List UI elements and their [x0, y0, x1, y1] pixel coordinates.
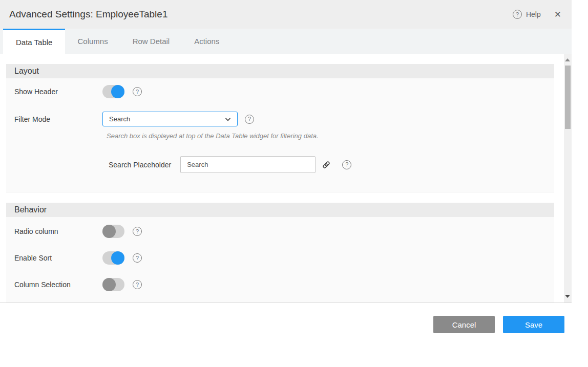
toggle-knob — [111, 251, 124, 265]
question-glyph: ? — [136, 89, 139, 95]
dialog-title: Advanced Settings: EmployeeTable1 — [9, 9, 167, 20]
toggle-knob — [111, 85, 124, 98]
scroll-up-icon[interactable] — [565, 58, 570, 61]
column-selection-help-icon[interactable]: ? — [133, 280, 142, 289]
filter-mode-row: Filter Mode Search ? — [14, 112, 546, 126]
search-placeholder-help-icon[interactable]: ? — [342, 160, 351, 169]
radio-column-help-icon[interactable]: ? — [133, 227, 142, 236]
section-gap — [6, 192, 554, 203]
vertical-scrollbar[interactable] — [564, 54, 572, 303]
tab-strip: Data Table Columns Row Detail Actions — [0, 29, 572, 54]
enable-sort-row: Enable Sort ? — [14, 251, 546, 265]
toggle-knob — [102, 278, 116, 291]
question-glyph: ? — [248, 116, 251, 122]
column-selection-label: Column Selection — [14, 280, 102, 289]
search-placeholder-label: Search Placeholder — [109, 161, 171, 169]
help-circle-icon: ? — [513, 10, 522, 19]
chevron-down-icon — [224, 115, 232, 123]
tab-row-detail[interactable]: Row Detail — [120, 29, 182, 54]
radio-column-row: Radio column ? — [14, 225, 546, 238]
show-header-toggle[interactable] — [102, 85, 124, 98]
tab-actions[interactable]: Actions — [182, 29, 232, 54]
header-actions: ? Help ✕ — [513, 9, 561, 20]
advanced-settings-dialog: Advanced Settings: EmployeeTable1 ? Help… — [0, 0, 572, 303]
question-glyph: ? — [516, 12, 519, 17]
dialog-header: Advanced Settings: EmployeeTable1 ? Help… — [0, 0, 572, 29]
radio-column-label: Radio column — [14, 227, 102, 235]
dialog-footer: Cancel Save — [0, 303, 588, 333]
cancel-button[interactable]: Cancel — [433, 316, 495, 333]
column-selection-toggle[interactable] — [102, 278, 124, 291]
show-header-row: Show Header ? — [14, 85, 546, 98]
show-header-label: Show Header — [14, 88, 102, 96]
tab-content: Layout Show Header ? Filter Mode Search — [0, 54, 572, 303]
layout-section-header: Layout — [6, 64, 554, 78]
radio-column-toggle[interactable] — [102, 225, 124, 238]
search-placeholder-row: Search Placeholder ? — [109, 156, 546, 173]
enable-sort-help-icon[interactable]: ? — [133, 253, 142, 263]
question-glyph: ? — [136, 255, 139, 261]
filter-mode-help-icon[interactable]: ? — [245, 115, 254, 124]
scrollbar-thumb[interactable] — [565, 66, 571, 129]
tab-data-table[interactable]: Data Table — [3, 29, 65, 54]
filter-mode-helper-text: Search box is displayed at top of the Da… — [107, 132, 546, 140]
toggle-knob — [102, 225, 116, 238]
filter-mode-select[interactable]: Search — [102, 112, 238, 126]
enable-sort-label: Enable Sort — [14, 254, 102, 262]
close-icon[interactable]: ✕ — [554, 9, 561, 20]
link-icon[interactable] — [322, 160, 331, 169]
help-label: Help — [526, 10, 541, 18]
search-placeholder-input[interactable] — [180, 156, 316, 173]
filter-mode-value: Search — [109, 115, 130, 123]
tab-columns[interactable]: Columns — [65, 29, 120, 54]
behavior-section-header: Behavior — [6, 203, 554, 217]
question-glyph: ? — [136, 282, 139, 288]
help-button[interactable]: ? Help — [513, 10, 541, 19]
filter-mode-label: Filter Mode — [14, 115, 102, 123]
scroll-down-icon[interactable] — [565, 295, 570, 298]
layout-section-body: Show Header ? Filter Mode Search ? Searc… — [6, 78, 554, 192]
layout-section-title: Layout — [14, 67, 39, 76]
enable-sort-toggle[interactable] — [102, 251, 124, 265]
show-header-help-icon[interactable]: ? — [133, 87, 142, 96]
question-glyph: ? — [345, 162, 348, 167]
save-button[interactable]: Save — [503, 316, 564, 333]
question-glyph: ? — [136, 229, 139, 234]
column-selection-row: Column Selection ? — [14, 278, 546, 291]
behavior-section-title: Behavior — [14, 205, 47, 214]
settings-sections: Layout Show Header ? Filter Mode Search — [0, 54, 554, 303]
behavior-section-body: Radio column ? Enable Sort ? Column Sele… — [6, 217, 554, 303]
